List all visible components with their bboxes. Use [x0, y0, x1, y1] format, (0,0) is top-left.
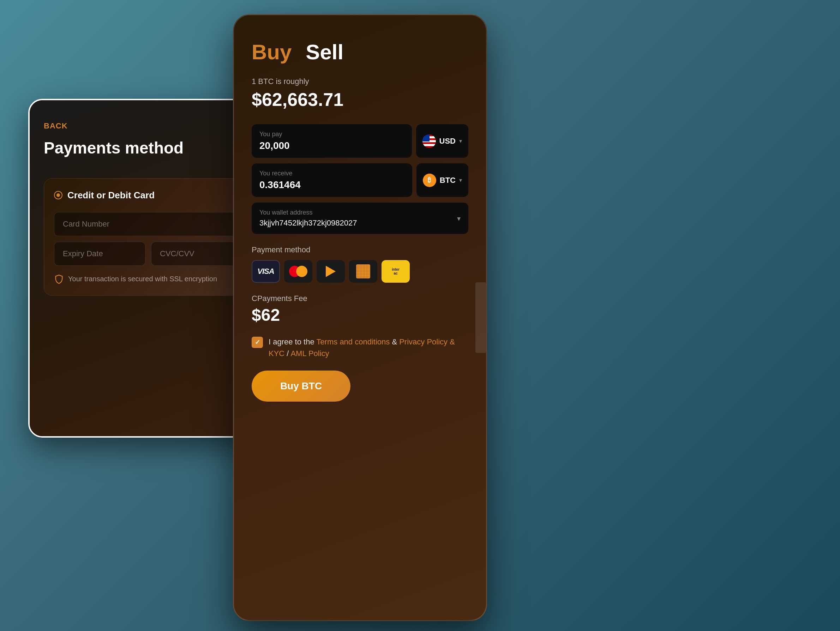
paypal-button[interactable] [317, 260, 345, 283]
you-receive-group: You receive 0.361464 ₿ BTC ▾ [252, 163, 468, 197]
fee-label: CPayments Fee [252, 294, 468, 303]
you-receive-label: You receive [259, 170, 404, 177]
visa-icon: VISA [257, 267, 274, 276]
payments-method-card: BACK Payments method Credit or Debit Car… [28, 99, 268, 438]
ssl-row: Your transaction is secured with SSL enc… [54, 274, 243, 284]
btc-label: BTC [440, 176, 456, 185]
btc-icon: ₿ [423, 174, 436, 187]
wallet-content: You wallet address 3kjjvh7452lkjh372kj09… [259, 209, 453, 228]
btc-rate-label: 1 BTC is roughly [252, 77, 468, 86]
wallet-chevron-icon: ▾ [457, 214, 461, 223]
you-pay-label: You pay [259, 131, 404, 138]
grid-payment-button[interactable] [349, 260, 377, 283]
tab-buy[interactable]: Buy [252, 40, 292, 64]
terms-checkbox[interactable]: ✓ [252, 337, 263, 348]
card-number-input[interactable]: Card Number [54, 212, 243, 236]
tab-sell[interactable]: Sell [306, 40, 343, 64]
paypal-icon [326, 266, 336, 277]
terms-mid: & [390, 338, 399, 346]
terms-slash: / [284, 349, 291, 358]
btc-currency-btn[interactable]: ₿ BTC ▾ [417, 163, 468, 197]
mastercard-icon [289, 266, 308, 277]
scroll-strip [475, 282, 486, 353]
visa-button[interactable]: VISA [252, 260, 280, 283]
payment-methods-row: VISA interac [252, 260, 468, 283]
mc-right-circle [296, 266, 308, 277]
buy-sell-tabs: Buy Sell [252, 40, 468, 64]
grid-icon [356, 264, 370, 278]
checkmark-icon: ✓ [255, 338, 260, 346]
radio-button[interactable] [54, 191, 63, 199]
mastercard-button[interactable] [284, 260, 313, 283]
wallet-label: You wallet address [259, 209, 453, 216]
btc-chevron-icon: ▾ [459, 177, 462, 183]
you-receive-input[interactable]: You receive 0.361464 [252, 163, 412, 197]
you-pay-group: You pay 20,000 USD ▾ [252, 124, 468, 158]
btc-rate-value: $62,663.71 [252, 89, 468, 110]
us-flag-icon [423, 134, 436, 148]
chevron-down-icon: ▾ [459, 138, 462, 144]
wallet-address: 3kjjvh7452lkjh372kj0982027 [259, 218, 453, 228]
expiry-cvc-row: Expiry Date CVC/CVV [54, 242, 243, 266]
ssl-text: Your transaction is secured with SSL enc… [68, 275, 217, 283]
buy-btc-button[interactable]: Buy BTC [252, 371, 351, 402]
payments-title: Payments method [44, 139, 253, 157]
card-type-row: Credit or Debit Card [54, 190, 243, 201]
usd-label: USD [439, 137, 456, 146]
terms-before: I agree to the [268, 338, 316, 346]
you-receive-value: 0.361464 [259, 179, 404, 191]
card-type-label: Credit or Debit Card [68, 190, 155, 201]
interac-button[interactable]: interac [382, 260, 410, 283]
interac-icon: interac [392, 268, 399, 275]
cvc-input[interactable]: CVC/CVV [151, 242, 243, 266]
back-link[interactable]: BACK [44, 121, 253, 131]
fee-value: $62 [252, 305, 468, 325]
expiry-input[interactable]: Expiry Date [54, 242, 145, 266]
shield-icon [54, 274, 64, 284]
you-pay-input[interactable]: You pay 20,000 [252, 124, 412, 158]
payment-method-label: Payment method [252, 245, 468, 254]
terms-text: I agree to the Terms and conditions & Pr… [268, 336, 468, 359]
buy-sell-card: Buy Sell 1 BTC is roughly $62,663.71 You… [233, 14, 487, 621]
credit-debit-card-box: Credit or Debit Card Card Number Expiry … [44, 178, 253, 296]
usd-currency-btn[interactable]: USD ▾ [416, 124, 468, 158]
terms-link-3[interactable]: AML Policy [291, 349, 329, 358]
radio-inner [57, 193, 60, 197]
terms-link-1[interactable]: Terms and conditions [316, 338, 390, 346]
terms-row: ✓ I agree to the Terms and conditions & … [252, 336, 468, 359]
you-pay-value: 20,000 [259, 140, 404, 151]
wallet-group[interactable]: You wallet address 3kjjvh7452lkjh372kj09… [252, 203, 468, 234]
